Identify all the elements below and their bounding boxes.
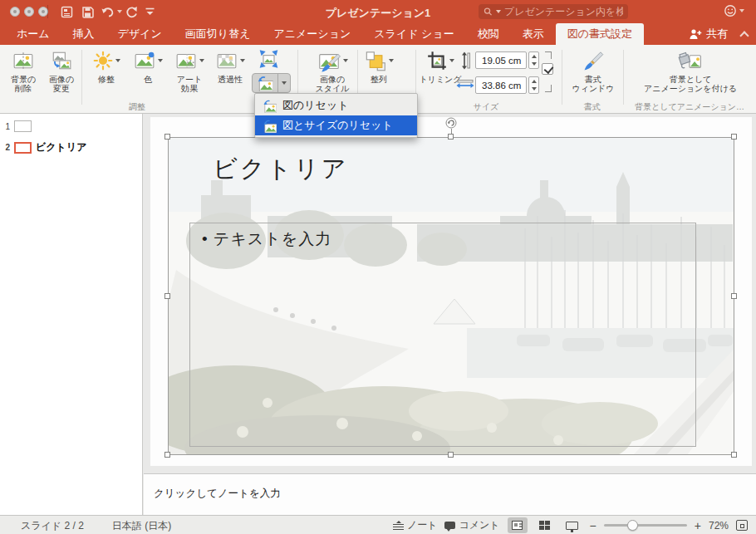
remove-background-icon <box>5 48 42 73</box>
width-icon <box>456 80 474 91</box>
slide-number: 1 <box>0 122 10 131</box>
tab-insert[interactable]: 挿入 <box>61 23 106 45</box>
height-stepper[interactable] <box>528 51 539 69</box>
ribbon-tab-row: ホーム 挿入 デザイン 画面切り替え アニメーション スライド ショー 校閲 表… <box>0 23 756 45</box>
redo-button[interactable] <box>125 4 139 19</box>
group-label-adjust: 調整 <box>83 101 191 113</box>
slide-2-thumbnail[interactable] <box>14 142 32 154</box>
reset-picture-menu-caret[interactable] <box>277 74 289 92</box>
group-label-animate-background: 背景としてアニメーション… <box>625 101 754 113</box>
format-pane-button[interactable]: 書式ウィンドウ <box>567 48 620 93</box>
content-placeholder-text[interactable]: テキストを入力 <box>214 230 331 247</box>
shape-height-field[interactable]: 19.05 cm <box>475 51 527 69</box>
tab-home[interactable]: ホーム <box>5 23 61 45</box>
color-button[interactable]: 色 <box>128 48 168 84</box>
zoom-out-button[interactable]: − <box>590 519 596 532</box>
save-icon[interactable] <box>81 4 95 19</box>
lock-aspect-ratio-checkbox[interactable] <box>542 63 553 75</box>
search-icon <box>484 7 493 17</box>
undo-button[interactable] <box>101 4 122 19</box>
normal-view-button[interactable] <box>508 517 528 533</box>
divider <box>47 5 48 18</box>
slide-1-thumbnail[interactable] <box>14 120 32 132</box>
minimize-window-button[interactable] <box>24 7 34 17</box>
slide-editing-area: ビクトリア • テキストを入力 <box>144 114 756 473</box>
transparency-button[interactable]: 透過性 <box>211 48 249 84</box>
zoom-slider-knob[interactable] <box>627 520 638 531</box>
comments-toggle-button[interactable]: コメント <box>444 518 499 532</box>
slide-thumb-1[interactable]: 1 <box>0 120 141 132</box>
notes-toggle-button[interactable]: ノート <box>393 518 438 532</box>
sun-icon <box>92 50 114 71</box>
resize-handle-bottom-center[interactable] <box>448 452 454 458</box>
new-slide-button[interactable] <box>60 4 74 19</box>
slide-sorter-view-button[interactable] <box>535 517 555 533</box>
arrange-button[interactable]: 整列 <box>354 48 404 84</box>
tab-review[interactable]: 校閲 <box>466 23 511 45</box>
artistic-effects-button[interactable]: アート効果 <box>169 48 209 93</box>
arrange-icon <box>364 50 387 72</box>
crop-button[interactable]: トリミング <box>419 48 462 84</box>
close-window-button[interactable] <box>10 7 20 17</box>
color-picture-icon <box>133 50 156 71</box>
search-scope-caret[interactable] <box>496 10 501 13</box>
compress-pictures-button[interactable] <box>254 47 282 71</box>
tab-animations[interactable]: アニメーション <box>262 23 362 45</box>
height-icon <box>459 51 470 70</box>
share-button[interactable]: 共有 <box>689 23 728 45</box>
aspect-lock-bracket-top <box>545 51 552 59</box>
slide-sorter-icon <box>539 521 550 530</box>
reset-picture-split-button[interactable] <box>252 73 291 93</box>
language-indicator[interactable]: 日本語 (日本) <box>112 519 171 533</box>
zoom-in-button[interactable]: + <box>695 519 701 532</box>
resize-handle-top-right[interactable] <box>731 134 737 140</box>
transparency-icon <box>215 50 238 71</box>
content-placeholder[interactable]: • テキストを入力 <box>189 223 696 447</box>
tab-picture-format[interactable]: 図の書式設定 <box>556 23 644 45</box>
zoom-percent[interactable]: 72% <box>709 520 729 532</box>
collapse-ribbon-icon[interactable] <box>741 31 748 37</box>
menu-item-reset-picture-and-size[interactable]: 図とサイズのリセット <box>255 115 417 135</box>
feedback-smiley-button[interactable] <box>724 4 744 17</box>
fit-slide-to-window-button[interactable] <box>736 520 748 531</box>
resize-handle-bottom-right[interactable] <box>731 452 737 458</box>
change-picture-button[interactable]: 画像の変更 <box>43 48 80 93</box>
notes-placeholder[interactable]: クリックしてノートを入力 <box>154 487 281 501</box>
slide-2-title-label: ビクトリア <box>36 140 86 154</box>
reset-picture-icon <box>263 99 277 113</box>
slide-counter: スライド 2 / 2 <box>21 519 84 533</box>
toolbar-options-icon[interactable] <box>145 4 155 19</box>
tab-design[interactable]: デザイン <box>106 23 174 45</box>
zoom-slider[interactable] <box>604 524 687 527</box>
group-label-format: 書式 <box>565 101 620 113</box>
slide-title-text[interactable]: ビクトリア <box>213 153 348 186</box>
menu-item-reset-picture[interactable]: 図のリセット <box>255 96 417 115</box>
corrections-button[interactable]: 修整 <box>86 48 126 84</box>
compress-pictures-icon <box>258 48 280 70</box>
slideshow-icon <box>566 522 578 530</box>
tab-transitions[interactable]: 画面切り替え <box>174 23 263 45</box>
shape-width-field[interactable]: 33.86 cm <box>475 76 527 94</box>
animate-background-icon <box>678 50 703 72</box>
comment-icon <box>444 522 455 529</box>
status-bar: スライド 2 / 2 日本語 (日本) ノート コメント − + 72% <box>0 515 756 534</box>
resize-handle-top-center[interactable] <box>448 134 454 140</box>
slideshow-view-button[interactable] <box>562 517 582 533</box>
change-picture-icon <box>43 48 80 73</box>
reset-picture-icon <box>253 75 277 91</box>
width-stepper[interactable] <box>528 76 539 94</box>
tab-slideshow[interactable]: スライド ショー <box>362 23 465 45</box>
rotation-handle[interactable] <box>445 117 457 129</box>
notes-pane[interactable]: クリックしてノートを入力 <box>144 473 756 515</box>
title-bar: プレゼンテーション1 プレゼンテーション内を検索 <box>0 0 756 23</box>
resize-handle-bottom-left[interactable] <box>164 452 170 458</box>
share-label: 共有 <box>706 27 728 42</box>
resize-handle-middle-right[interactable] <box>731 293 737 299</box>
remove-background-button[interactable]: 背景の削除 <box>5 48 42 93</box>
search-input[interactable]: プレゼンテーション内を検索 <box>479 4 628 19</box>
tab-view[interactable]: 表示 <box>511 23 556 45</box>
slide-thumb-2[interactable]: 2 ビクトリア <box>0 140 141 154</box>
resize-handle-middle-left[interactable] <box>164 293 170 299</box>
resize-handle-top-left[interactable] <box>164 134 170 140</box>
animate-as-background-button[interactable]: 背景としてアニメーションを付ける <box>628 48 753 93</box>
